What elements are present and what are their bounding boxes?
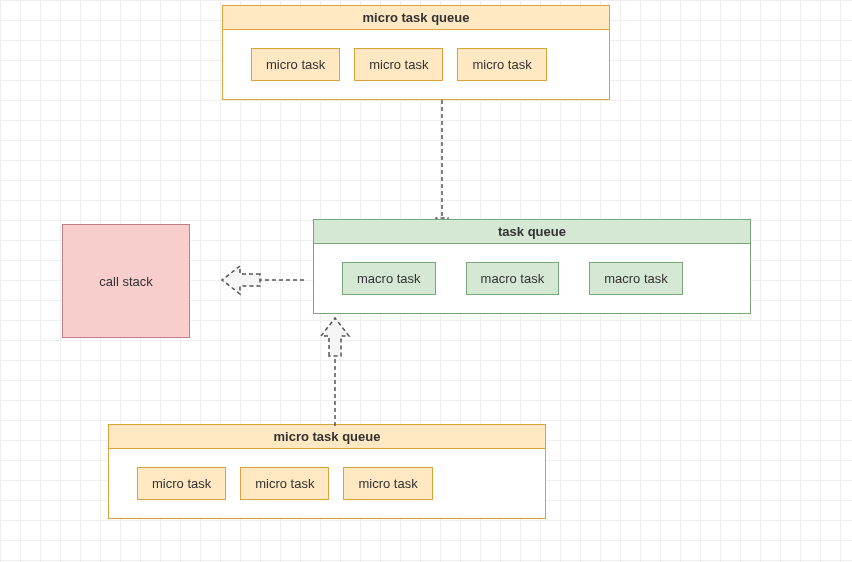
- task-queue-body: macro task macro task macro task: [314, 244, 750, 313]
- call-stack: call stack: [62, 224, 190, 338]
- micro-task-queue-bottom: micro task queue micro task micro task m…: [108, 424, 546, 519]
- micro-task-item: micro task: [354, 48, 443, 81]
- micro-queue-top-title: micro task queue: [223, 6, 609, 30]
- micro-queue-bottom-title: micro task queue: [109, 425, 545, 449]
- task-queue-title: task queue: [314, 220, 750, 244]
- task-queue: task queue macro task macro task macro t…: [313, 219, 751, 314]
- micro-queue-bottom-body: micro task micro task micro task: [109, 449, 545, 518]
- arrow-left-icon: [210, 260, 304, 300]
- micro-task-item: micro task: [137, 467, 226, 500]
- micro-task-item: micro task: [251, 48, 340, 81]
- macro-task-item: macro task: [342, 262, 436, 295]
- micro-task-item: micro task: [240, 467, 329, 500]
- macro-task-item: macro task: [466, 262, 560, 295]
- micro-task-item: micro task: [457, 48, 546, 81]
- micro-queue-top-body: micro task micro task micro task: [223, 30, 609, 99]
- macro-task-item: macro task: [589, 262, 683, 295]
- arrow-up-bottom-icon: [315, 314, 355, 426]
- micro-task-item: micro task: [343, 467, 432, 500]
- micro-task-queue-top: micro task queue micro task micro task m…: [222, 5, 610, 100]
- call-stack-label: call stack: [99, 274, 152, 289]
